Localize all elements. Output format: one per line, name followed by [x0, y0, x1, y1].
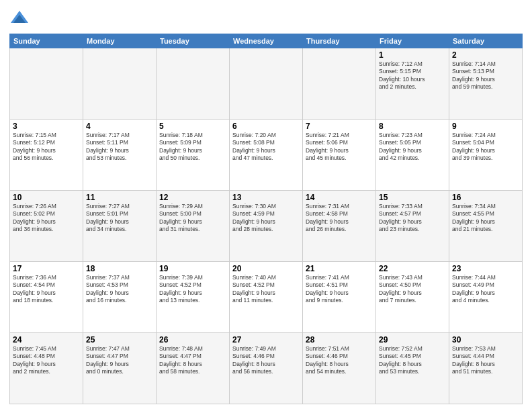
- calendar-cell: 1Sunrise: 7:12 AM Sunset: 5:15 PM Daylig…: [376, 48, 449, 120]
- day-number: 29: [379, 335, 446, 345]
- calendar-cell: 8Sunrise: 7:23 AM Sunset: 5:05 PM Daylig…: [376, 120, 449, 191]
- day-number: 6: [232, 122, 300, 131]
- day-info: Sunrise: 7:21 AM Sunset: 5:06 PM Dayligh…: [306, 132, 373, 163]
- calendar-cell: [83, 48, 157, 120]
- day-number: 15: [379, 193, 446, 202]
- day-number: 25: [86, 335, 153, 345]
- day-number: 22: [379, 264, 446, 273]
- day-info: Sunrise: 7:51 AM Sunset: 4:46 PM Dayligh…: [306, 345, 373, 376]
- day-header-wednesday: Wednesday: [230, 34, 303, 48]
- header: [9, 7, 523, 30]
- week-row-2: 10Sunrise: 7:26 AM Sunset: 5:02 PM Dayli…: [10, 191, 523, 262]
- week-row-3: 17Sunrise: 7:36 AM Sunset: 4:54 PM Dayli…: [10, 262, 523, 333]
- week-row-1: 3Sunrise: 7:15 AM Sunset: 5:12 PM Daylig…: [10, 120, 523, 191]
- day-number: 9: [452, 122, 519, 131]
- day-number: 13: [232, 193, 300, 202]
- calendar-cell: 6Sunrise: 7:20 AM Sunset: 5:08 PM Daylig…: [230, 120, 303, 191]
- calendar-header-row: SundayMondayTuesdayWednesdayThursdayFrid…: [10, 34, 523, 48]
- calendar-cell: 5Sunrise: 7:18 AM Sunset: 5:09 PM Daylig…: [157, 120, 230, 191]
- day-number: 3: [13, 122, 80, 131]
- day-info: Sunrise: 7:29 AM Sunset: 5:00 PM Dayligh…: [159, 203, 226, 234]
- day-header-friday: Friday: [376, 34, 449, 48]
- week-row-4: 24Sunrise: 7:45 AM Sunset: 4:48 PM Dayli…: [10, 333, 523, 404]
- day-number: 18: [86, 264, 153, 273]
- day-number: 5: [159, 122, 226, 131]
- day-number: 23: [452, 264, 519, 273]
- calendar-cell: 4Sunrise: 7:17 AM Sunset: 5:11 PM Daylig…: [83, 120, 157, 191]
- calendar-cell: 26Sunrise: 7:48 AM Sunset: 4:47 PM Dayli…: [157, 333, 230, 404]
- calendar-cell: 24Sunrise: 7:45 AM Sunset: 4:48 PM Dayli…: [10, 333, 83, 404]
- calendar-cell: 19Sunrise: 7:39 AM Sunset: 4:52 PM Dayli…: [157, 262, 230, 333]
- day-info: Sunrise: 7:49 AM Sunset: 4:46 PM Dayligh…: [232, 345, 300, 376]
- day-number: 26: [159, 335, 226, 345]
- calendar-cell: 28Sunrise: 7:51 AM Sunset: 4:46 PM Dayli…: [303, 333, 376, 404]
- day-info: Sunrise: 7:17 AM Sunset: 5:11 PM Dayligh…: [86, 132, 153, 163]
- calendar-cell: 14Sunrise: 7:31 AM Sunset: 4:58 PM Dayli…: [303, 191, 376, 262]
- calendar-cell: 23Sunrise: 7:44 AM Sunset: 4:49 PM Dayli…: [449, 262, 523, 333]
- day-number: 20: [232, 264, 300, 273]
- calendar-cell: 21Sunrise: 7:41 AM Sunset: 4:51 PM Dayli…: [303, 262, 376, 333]
- day-info: Sunrise: 7:39 AM Sunset: 4:52 PM Dayligh…: [159, 274, 226, 305]
- calendar-cell: 25Sunrise: 7:47 AM Sunset: 4:47 PM Dayli…: [83, 333, 157, 404]
- page: SundayMondayTuesdayWednesdayThursdayFrid…: [0, 0, 532, 411]
- day-info: Sunrise: 7:45 AM Sunset: 4:48 PM Dayligh…: [13, 345, 80, 376]
- day-info: Sunrise: 7:48 AM Sunset: 4:47 PM Dayligh…: [159, 345, 226, 376]
- day-info: Sunrise: 7:20 AM Sunset: 5:08 PM Dayligh…: [232, 132, 300, 163]
- day-number: 11: [86, 193, 153, 202]
- calendar-table: SundayMondayTuesdayWednesdayThursdayFrid…: [9, 34, 523, 404]
- day-header-thursday: Thursday: [303, 34, 376, 48]
- day-info: Sunrise: 7:12 AM Sunset: 5:15 PM Dayligh…: [379, 60, 446, 91]
- day-info: Sunrise: 7:43 AM Sunset: 4:50 PM Dayligh…: [379, 274, 446, 305]
- calendar-cell: [10, 48, 83, 120]
- calendar-cell: 13Sunrise: 7:30 AM Sunset: 4:59 PM Dayli…: [230, 191, 303, 262]
- calendar-cell: [303, 48, 376, 120]
- day-number: 4: [86, 122, 153, 131]
- day-info: Sunrise: 7:40 AM Sunset: 4:52 PM Dayligh…: [232, 274, 300, 305]
- calendar-cell: 7Sunrise: 7:21 AM Sunset: 5:06 PM Daylig…: [303, 120, 376, 191]
- day-info: Sunrise: 7:14 AM Sunset: 5:13 PM Dayligh…: [452, 60, 519, 91]
- day-number: 14: [306, 193, 373, 202]
- calendar-cell: 20Sunrise: 7:40 AM Sunset: 4:52 PM Dayli…: [230, 262, 303, 333]
- calendar-cell: 3Sunrise: 7:15 AM Sunset: 5:12 PM Daylig…: [10, 120, 83, 191]
- day-number: 27: [232, 335, 300, 345]
- day-header-saturday: Saturday: [449, 34, 523, 48]
- day-number: 30: [452, 335, 519, 345]
- day-number: 28: [306, 335, 373, 345]
- calendar-cell: [230, 48, 303, 120]
- calendar-cell: 12Sunrise: 7:29 AM Sunset: 5:00 PM Dayli…: [157, 191, 230, 262]
- day-number: 7: [306, 122, 373, 131]
- day-info: Sunrise: 7:33 AM Sunset: 4:57 PM Dayligh…: [379, 203, 446, 234]
- day-info: Sunrise: 7:44 AM Sunset: 4:49 PM Dayligh…: [452, 274, 519, 305]
- day-info: Sunrise: 7:41 AM Sunset: 4:51 PM Dayligh…: [306, 274, 373, 305]
- day-header-monday: Monday: [83, 34, 157, 48]
- calendar-cell: [157, 48, 230, 120]
- calendar-cell: 9Sunrise: 7:24 AM Sunset: 5:04 PM Daylig…: [449, 120, 523, 191]
- calendar-cell: 29Sunrise: 7:52 AM Sunset: 4:45 PM Dayli…: [376, 333, 449, 404]
- calendar-cell: 2Sunrise: 7:14 AM Sunset: 5:13 PM Daylig…: [449, 48, 523, 120]
- day-number: 17: [13, 264, 80, 273]
- day-info: Sunrise: 7:15 AM Sunset: 5:12 PM Dayligh…: [13, 132, 80, 163]
- day-header-sunday: Sunday: [10, 34, 83, 48]
- logo: [9, 9, 32, 30]
- day-info: Sunrise: 7:36 AM Sunset: 4:54 PM Dayligh…: [13, 274, 80, 305]
- day-info: Sunrise: 7:37 AM Sunset: 4:53 PM Dayligh…: [86, 274, 153, 305]
- calendar-cell: 15Sunrise: 7:33 AM Sunset: 4:57 PM Dayli…: [376, 191, 449, 262]
- day-number: 24: [13, 335, 80, 345]
- day-info: Sunrise: 7:52 AM Sunset: 4:45 PM Dayligh…: [379, 345, 446, 376]
- week-row-0: 1Sunrise: 7:12 AM Sunset: 5:15 PM Daylig…: [10, 48, 523, 120]
- day-number: 2: [452, 50, 519, 60]
- day-number: 10: [13, 193, 80, 202]
- calendar-cell: 10Sunrise: 7:26 AM Sunset: 5:02 PM Dayli…: [10, 191, 83, 262]
- day-header-tuesday: Tuesday: [157, 34, 230, 48]
- day-number: 12: [159, 193, 226, 202]
- logo-icon: [9, 9, 30, 30]
- calendar-cell: 17Sunrise: 7:36 AM Sunset: 4:54 PM Dayli…: [10, 262, 83, 333]
- day-number: 16: [452, 193, 519, 202]
- day-number: 19: [159, 264, 226, 273]
- day-info: Sunrise: 7:26 AM Sunset: 5:02 PM Dayligh…: [13, 203, 80, 234]
- day-number: 1: [379, 50, 446, 60]
- calendar-cell: 16Sunrise: 7:34 AM Sunset: 4:55 PM Dayli…: [449, 191, 523, 262]
- calendar-cell: 30Sunrise: 7:53 AM Sunset: 4:44 PM Dayli…: [449, 333, 523, 404]
- day-number: 21: [306, 264, 373, 273]
- day-number: 8: [379, 122, 446, 131]
